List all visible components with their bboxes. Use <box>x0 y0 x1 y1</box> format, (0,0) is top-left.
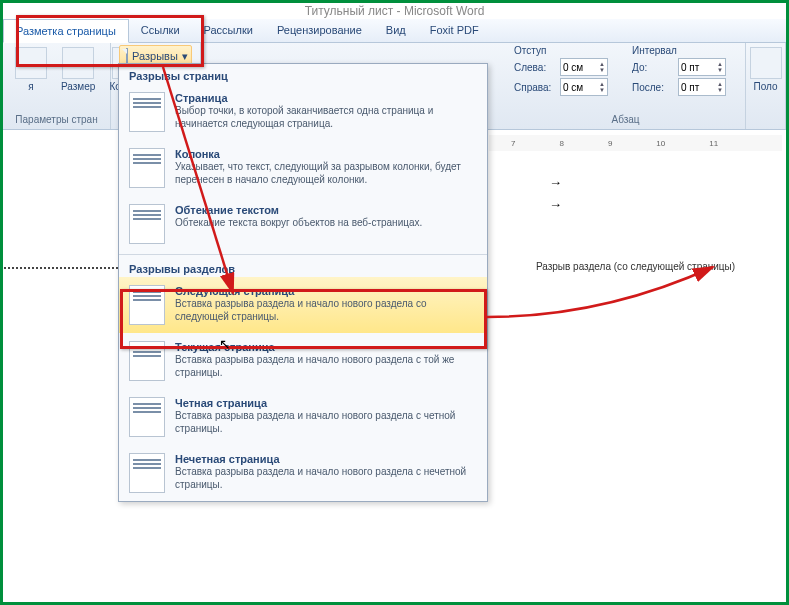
position-icon <box>750 47 782 79</box>
spinner-icon: ▲▼ <box>717 81 723 93</box>
dropdown-section-section-breaks: Разрывы разделов <box>119 257 487 277</box>
indent-left-label: Слева: <box>514 62 556 73</box>
cursor-icon: ↖ <box>219 336 231 352</box>
tab-review[interactable]: Рецензирование <box>265 19 374 42</box>
indent-header: Отступ <box>514 45 608 56</box>
dropdown-item-continuous[interactable]: Текущая страницаВставка разрыва раздела … <box>119 333 487 389</box>
app-title: Титульный лист - Microsoft Word <box>305 4 485 18</box>
column-break-icon <box>129 148 165 188</box>
dropdown-item-page[interactable]: СтраницаВыбор точки, в которой заканчива… <box>119 84 487 140</box>
breaks-dropdown: Разрывы страниц СтраницаВыбор точки, в к… <box>118 63 488 502</box>
tab-mailings[interactable]: Рассылки <box>192 19 265 42</box>
margins-button[interactable]: я <box>11 45 51 94</box>
size-icon <box>62 47 94 79</box>
dropdown-item-next-page[interactable]: Следующая страницаВставка разрыва раздел… <box>119 277 487 333</box>
page-break-icon <box>129 92 165 132</box>
interval-header: Интервал <box>632 45 726 56</box>
indent-right-input[interactable]: 0 см▲▼ <box>560 78 608 96</box>
page-icon <box>15 47 47 79</box>
after-label: После: <box>632 82 674 93</box>
breaks-icon <box>126 48 128 64</box>
even-page-icon <box>129 397 165 437</box>
before-label: До: <box>632 62 674 73</box>
tab-view[interactable]: Вид <box>374 19 418 42</box>
ribbon-tabs: Разметка страницы Ссылки Рассылки Реценз… <box>3 19 786 43</box>
tab-mark-icon: → <box>549 175 562 190</box>
tab-references[interactable]: Ссылки <box>129 19 192 42</box>
chevron-down-icon: ▾ <box>182 50 188 63</box>
document-area[interactable]: → → Разрыв раздела (со следующей страниц… <box>489 153 782 598</box>
dropdown-item-text-wrapping[interactable]: Обтекание текстомОбтекание текста вокруг… <box>119 196 487 252</box>
spinner-icon: ▲▼ <box>599 81 605 93</box>
continuous-icon <box>129 341 165 381</box>
odd-page-icon <box>129 453 165 493</box>
dropdown-item-even-page[interactable]: Четная страницаВставка разрыва раздела и… <box>119 389 487 445</box>
spinner-icon: ▲▼ <box>717 61 723 73</box>
spacing-before-input[interactable]: 0 пт▲▼ <box>678 58 726 76</box>
group-paragraph: Абзац <box>514 112 737 127</box>
position-button[interactable]: Поло <box>754 45 777 94</box>
dropdown-section-page-breaks: Разрывы страниц <box>119 64 487 84</box>
text-wrap-icon <box>129 204 165 244</box>
tab-mark-icon: → <box>549 197 562 212</box>
indent-right-label: Справа: <box>514 82 556 93</box>
spinner-icon: ▲▼ <box>599 61 605 73</box>
dropdown-item-odd-page[interactable]: Нечетная страницаВставка разрыва раздела… <box>119 445 487 501</box>
section-break-marker: Разрыв раздела (со следующей страницы) <box>489 261 782 272</box>
tab-page-layout[interactable]: Разметка страницы <box>3 19 129 43</box>
horizontal-ruler[interactable]: 7 8 9 10 11 <box>489 135 782 151</box>
spacing-after-input[interactable]: 0 пт▲▼ <box>678 78 726 96</box>
tab-foxit[interactable]: Foxit PDF <box>418 19 491 42</box>
title-bar: Титульный лист - Microsoft Word <box>3 3 786 19</box>
group-page-setup: Параметры стран <box>11 112 102 127</box>
size-button[interactable]: Размер <box>57 45 99 94</box>
next-page-icon <box>129 285 165 325</box>
dropdown-item-column[interactable]: КолонкаУказывает, что текст, следующий з… <box>119 140 487 196</box>
indent-left-input[interactable]: 0 см▲▼ <box>560 58 608 76</box>
